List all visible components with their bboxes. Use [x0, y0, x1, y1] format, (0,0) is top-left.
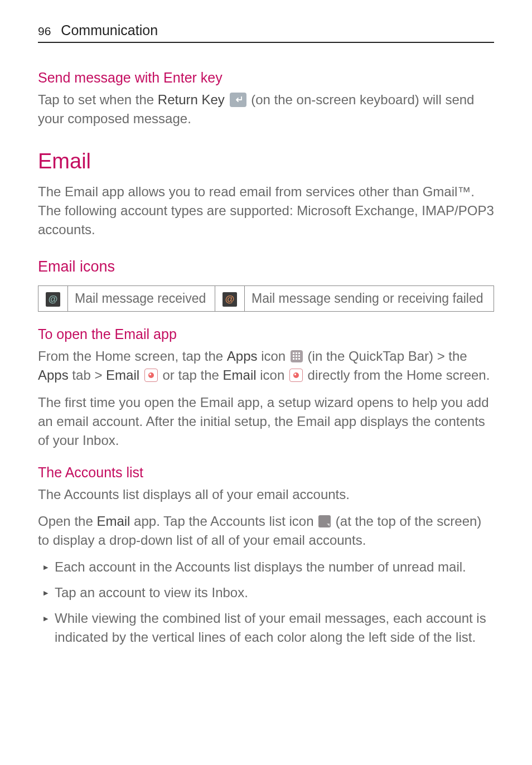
icon-desc: Mail message sending or receiving failed: [245, 286, 494, 312]
page-header: 96 Communication: [38, 22, 494, 43]
text-bold: Return Key: [158, 92, 225, 107]
text: directly from the Home screen.: [304, 367, 490, 382]
email-icons-table: @ Mail message received @ Mail message s…: [38, 285, 494, 312]
text: Open the: [38, 514, 96, 529]
paragraph: The Email app allows you to read email f…: [38, 182, 494, 239]
heading-email-icons: Email icons: [38, 258, 494, 275]
paragraph: Open the Email app. Tap the Accounts lis…: [38, 512, 494, 550]
page-number: 96: [38, 25, 51, 38]
mail-failed-icon: @: [223, 292, 237, 307]
text-bold: Apps: [38, 367, 69, 382]
text: From the Home screen, tap the: [38, 348, 227, 364]
accounts-list-icon: [318, 515, 331, 527]
text: or tap the: [159, 367, 223, 382]
paragraph: The Accounts list displays all of your e…: [38, 485, 494, 504]
list-item: While viewing the combined list of your …: [41, 609, 494, 647]
text: Tap to set when the: [38, 92, 158, 107]
icon-cell: @: [38, 286, 68, 312]
email-app-icon: [144, 369, 158, 382]
list-item: Tap an account to view its Inbox.: [41, 583, 494, 602]
text: icon: [257, 367, 288, 382]
text: app. Tap the Accounts list icon: [130, 514, 317, 529]
heading-accounts-list: The Accounts list: [38, 464, 494, 481]
text-bold: Email: [223, 367, 257, 382]
heading-email: Email: [38, 149, 494, 173]
paragraph: The first time you open the Email app, a…: [38, 393, 494, 450]
table-row: @ Mail message received @ Mail message s…: [38, 286, 494, 312]
text-bold: Email: [106, 367, 139, 382]
heading-send-message: Send message with Enter key: [38, 70, 494, 86]
apps-icon: [291, 350, 303, 362]
mail-received-icon: @: [46, 292, 60, 307]
chapter-title: Communication: [61, 22, 158, 38]
return-key-icon: [230, 93, 246, 107]
text-bold: Email: [96, 514, 130, 529]
page-root: 96 Communication Send message with Enter…: [0, 0, 532, 687]
text: icon: [258, 348, 289, 364]
icon-cell: @: [215, 286, 245, 312]
text: tab >: [69, 367, 106, 382]
bullet-list: Each account in the Accounts list displa…: [41, 558, 494, 647]
text-bold: Apps: [227, 348, 258, 364]
text: (in the QuickTap Bar) > the: [304, 348, 467, 364]
heading-open-email: To open the Email app: [38, 326, 494, 342]
icon-desc: Mail message received: [68, 286, 215, 312]
list-item: Each account in the Accounts list displa…: [41, 558, 494, 577]
paragraph: Tap to set when the Return Key (on the o…: [38, 90, 494, 128]
email-app-icon: [289, 369, 303, 382]
paragraph: From the Home screen, tap the Apps icon …: [38, 347, 494, 385]
